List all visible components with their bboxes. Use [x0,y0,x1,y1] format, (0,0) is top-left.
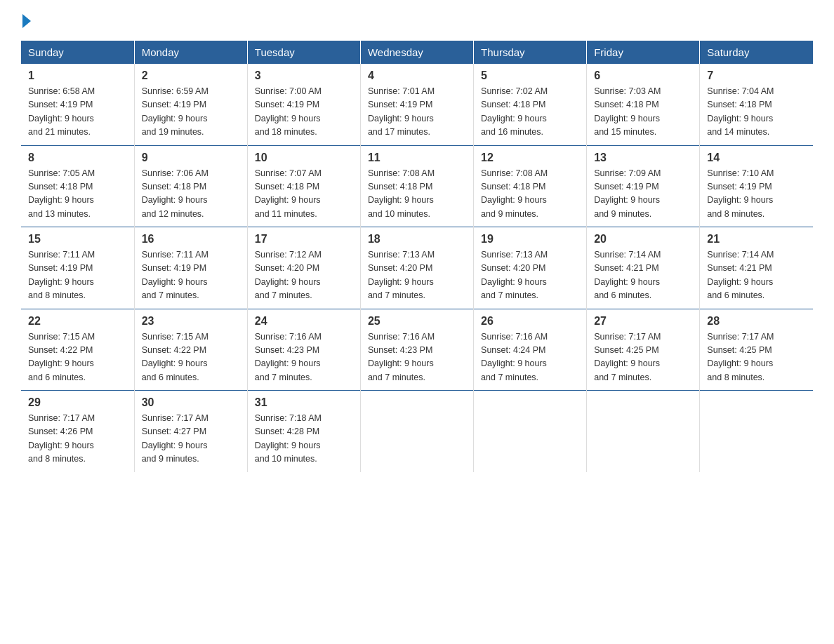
logo-arrow-icon [22,14,31,28]
calendar-cell: 11Sunrise: 7:08 AMSunset: 4:18 PMDayligh… [360,145,473,227]
day-info: Sunrise: 7:01 AMSunset: 4:19 PMDaylight:… [368,85,466,140]
day-header-monday: Monday [134,41,247,64]
day-header-saturday: Saturday [700,41,813,64]
day-info: Sunrise: 7:13 AMSunset: 4:20 PMDaylight:… [481,248,579,303]
day-number: 26 [481,315,579,328]
calendar-cell: 2Sunrise: 6:59 AMSunset: 4:19 PMDaylight… [134,64,247,145]
calendar-cell: 27Sunrise: 7:17 AMSunset: 4:25 PMDayligh… [587,309,700,391]
day-number: 24 [255,315,353,328]
calendar-cell: 7Sunrise: 7:04 AMSunset: 4:18 PMDaylight… [700,64,813,145]
calendar-cell: 14Sunrise: 7:10 AMSunset: 4:19 PMDayligh… [700,145,813,227]
day-info: Sunrise: 7:16 AMSunset: 4:23 PMDaylight:… [368,330,466,385]
day-header-friday: Friday [587,41,700,64]
days-row: SundayMondayTuesdayWednesdayThursdayFrid… [21,41,813,64]
day-info: Sunrise: 6:59 AMSunset: 4:19 PMDaylight:… [142,85,240,140]
day-number: 2 [142,69,240,82]
day-number: 5 [481,69,579,82]
day-number: 19 [481,233,579,246]
page-header [21,14,813,28]
calendar-cell: 24Sunrise: 7:16 AMSunset: 4:23 PMDayligh… [247,309,360,391]
logo [21,14,31,28]
calendar-cell: 1Sunrise: 6:58 AMSunset: 4:19 PMDaylight… [21,64,134,145]
calendar-cell: 8Sunrise: 7:05 AMSunset: 4:18 PMDaylight… [21,145,134,227]
day-number: 28 [707,315,806,328]
calendar-cell: 10Sunrise: 7:07 AMSunset: 4:18 PMDayligh… [247,145,360,227]
day-number: 7 [707,69,806,82]
day-number: 16 [142,233,240,246]
day-header-thursday: Thursday [474,41,587,64]
day-info: Sunrise: 7:08 AMSunset: 4:18 PMDaylight:… [368,167,466,222]
day-number: 25 [368,315,466,328]
day-info: Sunrise: 7:16 AMSunset: 4:24 PMDaylight:… [481,330,579,385]
day-header-sunday: Sunday [21,41,134,64]
day-info: Sunrise: 7:10 AMSunset: 4:19 PMDaylight:… [707,167,806,222]
day-number: 30 [142,396,240,409]
day-number: 12 [481,152,579,164]
day-header-wednesday: Wednesday [360,41,473,64]
calendar-table: SundayMondayTuesdayWednesdayThursdayFrid… [21,41,813,472]
day-number: 1 [28,69,127,82]
calendar-cell [587,391,700,472]
calendar-cell: 17Sunrise: 7:12 AMSunset: 4:20 PMDayligh… [247,227,360,309]
day-number: 3 [255,69,353,82]
calendar-cell: 3Sunrise: 7:00 AMSunset: 4:19 PMDaylight… [247,64,360,145]
day-info: Sunrise: 7:00 AMSunset: 4:19 PMDaylight:… [255,85,353,140]
calendar-cell: 6Sunrise: 7:03 AMSunset: 4:18 PMDaylight… [587,64,700,145]
calendar-cell: 13Sunrise: 7:09 AMSunset: 4:19 PMDayligh… [587,145,700,227]
day-number: 29 [28,396,127,409]
calendar-cell: 5Sunrise: 7:02 AMSunset: 4:18 PMDaylight… [474,64,587,145]
day-number: 17 [255,233,353,246]
day-info: Sunrise: 7:17 AMSunset: 4:25 PMDaylight:… [594,330,692,385]
week-row-4: 22Sunrise: 7:15 AMSunset: 4:22 PMDayligh… [21,309,813,391]
day-number: 6 [594,69,692,82]
day-number: 18 [368,233,466,246]
calendar-cell: 26Sunrise: 7:16 AMSunset: 4:24 PMDayligh… [474,309,587,391]
day-info: Sunrise: 7:05 AMSunset: 4:18 PMDaylight:… [28,167,127,222]
calendar-cell [700,391,813,472]
day-info: Sunrise: 7:14 AMSunset: 4:21 PMDaylight:… [594,248,692,303]
calendar-cell: 28Sunrise: 7:17 AMSunset: 4:25 PMDayligh… [700,309,813,391]
day-number: 22 [28,315,127,328]
day-number: 14 [707,152,806,164]
day-info: Sunrise: 7:14 AMSunset: 4:21 PMDaylight:… [707,248,806,303]
day-info: Sunrise: 7:17 AMSunset: 4:27 PMDaylight:… [142,412,240,467]
day-info: Sunrise: 7:16 AMSunset: 4:23 PMDaylight:… [255,330,353,385]
day-number: 11 [368,152,466,164]
day-header-tuesday: Tuesday [247,41,360,64]
day-info: Sunrise: 7:08 AMSunset: 4:18 PMDaylight:… [481,167,579,222]
day-number: 15 [28,233,127,246]
calendar-cell: 20Sunrise: 7:14 AMSunset: 4:21 PMDayligh… [587,227,700,309]
day-info: Sunrise: 7:17 AMSunset: 4:25 PMDaylight:… [707,330,806,385]
week-row-1: 1Sunrise: 6:58 AMSunset: 4:19 PMDaylight… [21,64,813,145]
calendar-cell: 18Sunrise: 7:13 AMSunset: 4:20 PMDayligh… [360,227,473,309]
day-number: 13 [594,152,692,164]
day-info: Sunrise: 7:03 AMSunset: 4:18 PMDaylight:… [594,85,692,140]
day-info: Sunrise: 7:12 AMSunset: 4:20 PMDaylight:… [255,248,353,303]
calendar-cell: 21Sunrise: 7:14 AMSunset: 4:21 PMDayligh… [700,227,813,309]
calendar-cell: 30Sunrise: 7:17 AMSunset: 4:27 PMDayligh… [134,391,247,472]
calendar-cell: 12Sunrise: 7:08 AMSunset: 4:18 PMDayligh… [474,145,587,227]
day-info: Sunrise: 7:07 AMSunset: 4:18 PMDaylight:… [255,167,353,222]
calendar-cell: 9Sunrise: 7:06 AMSunset: 4:18 PMDaylight… [134,145,247,227]
day-number: 21 [707,233,806,246]
day-number: 4 [368,69,466,82]
day-info: Sunrise: 7:09 AMSunset: 4:19 PMDaylight:… [594,167,692,222]
day-info: Sunrise: 7:11 AMSunset: 4:19 PMDaylight:… [142,248,240,303]
calendar-cell: 19Sunrise: 7:13 AMSunset: 4:20 PMDayligh… [474,227,587,309]
day-info: Sunrise: 6:58 AMSunset: 4:19 PMDaylight:… [28,85,127,140]
day-number: 8 [28,152,127,164]
calendar-cell: 23Sunrise: 7:15 AMSunset: 4:22 PMDayligh… [134,309,247,391]
day-number: 20 [594,233,692,246]
day-number: 23 [142,315,240,328]
calendar-cell: 29Sunrise: 7:17 AMSunset: 4:26 PMDayligh… [21,391,134,472]
day-info: Sunrise: 7:06 AMSunset: 4:18 PMDaylight:… [142,167,240,222]
week-row-3: 15Sunrise: 7:11 AMSunset: 4:19 PMDayligh… [21,227,813,309]
calendar-cell [474,391,587,472]
day-number: 27 [594,315,692,328]
day-info: Sunrise: 7:11 AMSunset: 4:19 PMDaylight:… [28,248,127,303]
day-info: Sunrise: 7:02 AMSunset: 4:18 PMDaylight:… [481,85,579,140]
calendar-cell: 22Sunrise: 7:15 AMSunset: 4:22 PMDayligh… [21,309,134,391]
day-info: Sunrise: 7:15 AMSunset: 4:22 PMDaylight:… [142,330,240,385]
calendar-cell: 31Sunrise: 7:18 AMSunset: 4:28 PMDayligh… [247,391,360,472]
calendar-cell: 16Sunrise: 7:11 AMSunset: 4:19 PMDayligh… [134,227,247,309]
